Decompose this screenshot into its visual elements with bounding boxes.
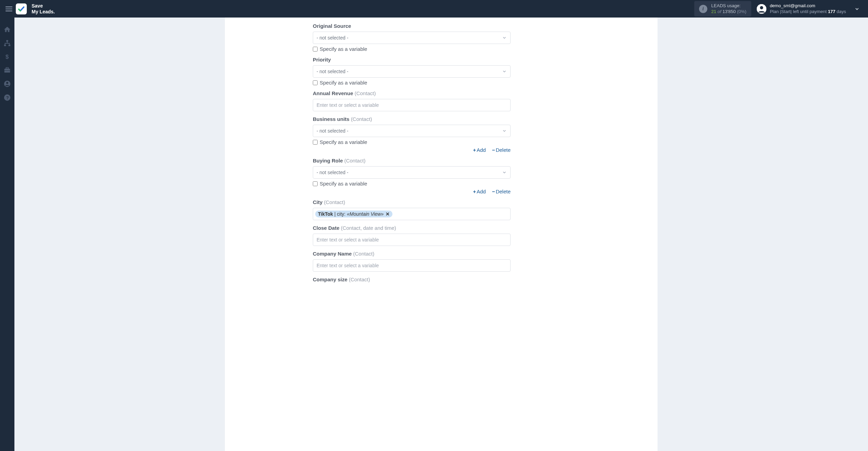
header-right: i LEADS usage: 21 of 13'850 (0%) demo_sm… bbox=[694, 1, 863, 16]
checkbox-label-buying-role: Specify as a variable bbox=[320, 181, 367, 187]
label-company-name-text: Company Name bbox=[313, 251, 352, 257]
add-button[interactable]: +Add bbox=[473, 147, 486, 153]
label-buying-role-hint: (Contact) bbox=[344, 158, 366, 164]
label-company-size-text: Company size bbox=[313, 277, 347, 282]
delete-label: Delete bbox=[496, 147, 511, 153]
content-wrap: Original Source - not selected - Specify… bbox=[14, 18, 868, 451]
dollar-icon[interactable]: $ bbox=[4, 53, 11, 60]
logo-line2: My Leads. bbox=[32, 9, 55, 14]
svg-rect-11 bbox=[4, 70, 10, 71]
checkbox-label-original-source: Specify as a variable bbox=[320, 46, 367, 52]
label-original-source: Original Source bbox=[313, 23, 511, 29]
select-buying-role-value: - not selected - bbox=[317, 170, 349, 175]
checkbox-label-business-units: Specify as a variable bbox=[320, 139, 367, 145]
leads-of: of bbox=[718, 9, 721, 14]
logo-text: Save My Leads. bbox=[32, 3, 55, 14]
menu-toggle-button[interactable] bbox=[5, 5, 12, 12]
tag-sep: | city: bbox=[334, 211, 345, 217]
chevron-down-icon bbox=[502, 170, 507, 175]
field-city: City (Contact) TikTok | city: «Mountain … bbox=[313, 199, 511, 220]
checkbox-row-priority[interactable]: Specify as a variable bbox=[313, 80, 511, 86]
input-annual-revenue[interactable] bbox=[313, 99, 511, 111]
checkbox-row-buying-role[interactable]: Specify as a variable bbox=[313, 181, 511, 187]
svg-text:?: ? bbox=[6, 95, 9, 100]
add-button[interactable]: +Add bbox=[473, 189, 486, 194]
checkbox-business-units[interactable] bbox=[313, 140, 318, 145]
svg-rect-7 bbox=[9, 45, 10, 46]
tag-remove-icon[interactable]: ✕ bbox=[386, 211, 390, 217]
briefcase-icon[interactable] bbox=[3, 66, 11, 74]
select-original-source[interactable]: - not selected - bbox=[313, 32, 511, 44]
content-panel: Original Source - not selected - Specify… bbox=[225, 18, 658, 451]
user-avatar-icon bbox=[757, 4, 766, 14]
svg-point-4 bbox=[760, 6, 763, 9]
header-left: Save My Leads. bbox=[5, 3, 55, 14]
field-company-size: Company size (Contact) bbox=[313, 277, 511, 282]
select-priority[interactable]: - not selected - bbox=[313, 65, 511, 78]
checkbox-row-business-units[interactable]: Specify as a variable bbox=[313, 139, 511, 145]
delete-button[interactable]: −Delete bbox=[492, 189, 511, 194]
svg-rect-0 bbox=[5, 7, 12, 7]
input-city[interactable]: TikTok | city: «Mountain View» ✕ bbox=[313, 208, 511, 220]
label-business-units: Business units (Contact) bbox=[313, 116, 511, 122]
input-company-name[interactable] bbox=[313, 259, 511, 272]
info-icon: i bbox=[699, 5, 707, 13]
logo-icon bbox=[16, 3, 27, 14]
variable-tag: TikTok | city: «Mountain View» ✕ bbox=[315, 211, 392, 217]
label-company-size-hint: (Contact) bbox=[349, 277, 370, 282]
user-block[interactable]: demo_sml@gmail.com Plan |Start| left unt… bbox=[757, 3, 846, 14]
add-label: Add bbox=[477, 189, 486, 194]
tag-source: TikTok bbox=[318, 211, 333, 217]
svg-rect-2 bbox=[5, 11, 12, 11]
leads-usage-text: LEADS usage: 21 of 13'850 (0%) bbox=[711, 3, 746, 14]
field-company-name: Company Name (Contact) bbox=[313, 251, 511, 272]
label-buying-role: Buying Role (Contact) bbox=[313, 158, 511, 164]
leads-total: 13'850 bbox=[722, 9, 736, 14]
field-original-source: Original Source - not selected - Specify… bbox=[313, 23, 511, 52]
plus-icon: + bbox=[473, 147, 476, 153]
help-icon[interactable]: ? bbox=[3, 94, 11, 101]
field-priority: Priority - not selected - Specify as a v… bbox=[313, 57, 511, 86]
home-icon[interactable] bbox=[3, 26, 11, 33]
delete-button[interactable]: −Delete bbox=[492, 147, 511, 153]
actions-row-business-units: +Add −Delete bbox=[313, 147, 511, 153]
top-header: Save My Leads. i LEADS usage: 21 of 13'8… bbox=[0, 0, 868, 18]
user-text: demo_sml@gmail.com Plan |Start| left unt… bbox=[770, 3, 846, 14]
minus-icon: − bbox=[492, 147, 495, 153]
label-annual-revenue: Annual Revenue (Contact) bbox=[313, 90, 511, 96]
label-business-units-text: Business units bbox=[313, 116, 350, 122]
input-close-date[interactable] bbox=[313, 234, 511, 246]
user-icon[interactable] bbox=[3, 80, 11, 88]
user-email: demo_sml@gmail.com bbox=[770, 3, 846, 9]
svg-rect-1 bbox=[5, 9, 12, 9]
delete-label: Delete bbox=[496, 189, 511, 194]
leads-usage-box[interactable]: i LEADS usage: 21 of 13'850 (0%) bbox=[694, 1, 751, 16]
checkbox-priority[interactable] bbox=[313, 80, 318, 85]
checkbox-original-source[interactable] bbox=[313, 47, 318, 52]
svg-rect-5 bbox=[6, 40, 8, 42]
label-close-date-hint: (Contact, date and time) bbox=[341, 225, 396, 231]
header-chevron-down-icon[interactable] bbox=[852, 6, 863, 12]
actions-row-buying-role: +Add −Delete bbox=[313, 189, 511, 194]
leads-pct: (0%) bbox=[737, 9, 746, 14]
svg-text:$: $ bbox=[5, 54, 9, 60]
field-annual-revenue: Annual Revenue (Contact) bbox=[313, 90, 511, 111]
label-close-date-text: Close Date bbox=[313, 225, 340, 231]
sitemap-icon[interactable] bbox=[3, 40, 11, 47]
svg-rect-6 bbox=[4, 45, 6, 46]
checkbox-buying-role[interactable] bbox=[313, 181, 318, 186]
logo-line1: Save bbox=[32, 3, 55, 9]
label-city-hint: (Contact) bbox=[324, 199, 345, 205]
select-business-units[interactable]: - not selected - bbox=[313, 125, 511, 137]
plan-prefix: Plan |Start| left until payment bbox=[770, 9, 828, 14]
label-business-units-hint: (Contact) bbox=[351, 116, 372, 122]
checkbox-label-priority: Specify as a variable bbox=[320, 80, 367, 86]
label-city-text: City bbox=[313, 199, 322, 205]
checkbox-row-original-source[interactable]: Specify as a variable bbox=[313, 46, 511, 52]
chevron-down-icon bbox=[502, 35, 507, 40]
user-plan: Plan |Start| left until payment 177 days bbox=[770, 9, 846, 14]
select-buying-role[interactable]: - not selected - bbox=[313, 166, 511, 179]
tag-value: «Mountain View» bbox=[347, 211, 384, 217]
label-city: City (Contact) bbox=[313, 199, 511, 205]
minus-icon: − bbox=[492, 189, 495, 194]
